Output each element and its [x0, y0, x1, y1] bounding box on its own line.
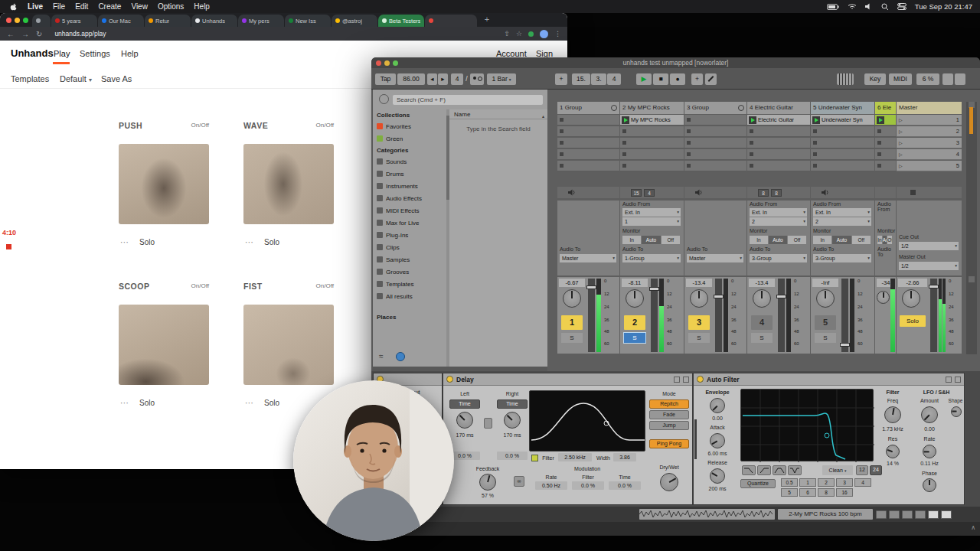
mode-jump-button[interactable]: Jump	[649, 421, 689, 430]
quantize-beat-button[interactable]: 4	[854, 478, 871, 487]
category-item[interactable]: All results	[373, 290, 446, 302]
quantize-beat-button[interactable]: 8	[818, 488, 835, 497]
device-title[interactable]: Delay	[456, 374, 474, 385]
metronome-button[interactable]	[470, 73, 484, 85]
clip-slot[interactable]	[875, 126, 896, 137]
clip-slot[interactable]	[811, 149, 874, 160]
clip-stop-button[interactable]	[750, 141, 753, 145]
sidechain-gain-slider[interactable]	[694, 419, 697, 459]
quantize-beat-button[interactable]: 6	[799, 488, 816, 497]
extension-icon[interactable]	[528, 31, 534, 37]
track-header[interactable]: 6 Ele	[875, 102, 896, 114]
quantize-beat-button[interactable]: 5	[781, 488, 798, 497]
monitor-switch[interactable]: InAutoOff	[622, 236, 681, 244]
audio-to-select[interactable]: 3-Group	[750, 254, 807, 262]
scene-slot[interactable]: ▷5	[897, 161, 962, 171]
pan-knob[interactable]	[563, 289, 581, 308]
filter-on-toggle[interactable]	[531, 455, 538, 461]
monitor-in-button[interactable]: In	[813, 236, 832, 244]
lfo-rate-knob[interactable]	[923, 445, 936, 458]
strip-icon[interactable]	[969, 276, 975, 282]
clip-slot[interactable]	[811, 126, 874, 137]
input-channel-select[interactable]: 1	[622, 217, 681, 226]
left-time-value[interactable]: 170 ms	[448, 432, 482, 439]
card-solo-button[interactable]: Solo	[139, 238, 155, 246]
monitor-off-button[interactable]: Off	[852, 236, 871, 244]
device-thumb[interactable]	[889, 510, 900, 519]
clip-stop-button[interactable]	[560, 129, 564, 133]
browser-back-icon[interactable]	[379, 94, 389, 104]
forward-icon[interactable]: →	[21, 30, 29, 38]
clip-slot[interactable]	[875, 149, 896, 160]
track-activator[interactable]: 1	[561, 315, 583, 330]
menu-live[interactable]: Live	[28, 2, 43, 11]
device-thumb[interactable]	[915, 510, 926, 519]
browser-tab[interactable]: Beta Testers	[378, 15, 424, 27]
nav-settings[interactable]: Settings	[80, 49, 110, 58]
volume-value[interactable]: -Inf	[812, 279, 838, 287]
track-header[interactable]: 5 Underwater Syn	[811, 102, 874, 114]
clip-slot[interactable]: Electric Guitar	[747, 115, 810, 126]
track-header[interactable]: 1 Group	[557, 102, 619, 114]
browser-tab[interactable]: Unhands	[191, 15, 237, 27]
clip-stop-button[interactable]	[877, 141, 881, 145]
stereo-link-button[interactable]	[484, 418, 492, 429]
play-button[interactable]: ▶	[636, 73, 652, 85]
control-center-icon[interactable]	[897, 3, 906, 10]
spotlight-search-icon[interactable]	[881, 3, 889, 11]
dry-wet-knob[interactable]	[660, 473, 678, 491]
cue-out-select[interactable]: 1/2	[899, 242, 959, 250]
clip-play-button[interactable]	[749, 116, 756, 124]
draw-mode-button[interactable]	[705, 73, 717, 85]
clip-slot[interactable]	[684, 126, 746, 137]
left-time-knob[interactable]	[456, 412, 473, 429]
clip-stop-button[interactable]	[750, 129, 753, 133]
volume-fader[interactable]	[651, 279, 658, 352]
master-out-select[interactable]: 1/2	[899, 262, 959, 270]
clip-slot[interactable]	[747, 138, 810, 148]
position-ticks[interactable]: 4	[607, 73, 621, 85]
back-icon[interactable]: ←	[7, 30, 15, 38]
device-thumb[interactable]	[876, 510, 887, 519]
save-preset-icon[interactable]	[955, 377, 961, 383]
browser-tab[interactable]: My pers	[238, 15, 284, 27]
lfo-rate-value[interactable]: 0.11 Hz	[910, 460, 949, 467]
input-channel-select[interactable]: 2	[750, 217, 807, 226]
ping-pong-button[interactable]: Ping Pong	[649, 439, 689, 448]
freeze-button[interactable]: ∞	[514, 476, 524, 487]
category-item[interactable]: Clips	[373, 241, 446, 253]
clip-slot[interactable]	[620, 126, 684, 137]
clip-play-button[interactable]	[622, 116, 629, 124]
category-item[interactable]: Samples	[373, 253, 446, 266]
track-activator[interactable]: 3	[688, 315, 710, 330]
clip-stop-button[interactable]	[877, 152, 881, 156]
save-preset-icon[interactable]	[683, 377, 689, 383]
clip-stop-button[interactable]	[622, 129, 626, 133]
clip-stop-button[interactable]	[687, 152, 691, 156]
audio-from-select[interactable]: Ext. In	[813, 208, 871, 217]
track-header[interactable]: 3 Group	[684, 102, 746, 114]
feedback-value[interactable]: 57 %	[471, 492, 505, 499]
solo-button[interactable]: S	[751, 333, 773, 343]
quantize-beat-button[interactable]: 16	[836, 488, 853, 497]
category-item[interactable]: Templates	[373, 278, 446, 290]
share-icon[interactable]: ⇧	[504, 30, 510, 37]
solo-button[interactable]: S	[688, 333, 710, 343]
clip-stop-button[interactable]	[877, 164, 881, 168]
clip-slot[interactable]	[557, 149, 619, 160]
browser-tab[interactable]: Our Mac	[98, 15, 144, 27]
master-pan-knob[interactable]	[902, 289, 920, 308]
category-item[interactable]: Drums	[373, 168, 446, 180]
computer-midi-keyboard-button[interactable]	[837, 73, 854, 85]
address-bar[interactable]: unhands.app/play	[54, 30, 106, 37]
clip-stop-button[interactable]	[622, 164, 626, 168]
right-time-mode-button[interactable]: Time	[497, 399, 528, 409]
browser-tab[interactable]: Retur	[145, 15, 191, 27]
audio-to-select[interactable]: 3-Group	[813, 254, 871, 262]
monitor-off-button[interactable]: Off	[788, 236, 807, 244]
device-thumb[interactable]	[941, 510, 952, 519]
clip-stop-button[interactable]	[622, 141, 626, 145]
clip-slot[interactable]: Underwater Syn	[811, 115, 874, 126]
device-thumb[interactable]	[928, 510, 939, 519]
collection-item[interactable]: Green	[373, 132, 446, 145]
